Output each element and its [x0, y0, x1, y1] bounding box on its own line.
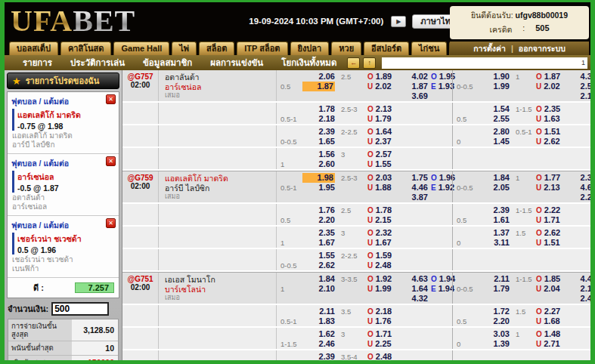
odds-value[interactable]: 1.78	[302, 104, 335, 114]
odds-value[interactable]: U2.15	[367, 215, 407, 225]
odds-value[interactable]: U1.88	[367, 183, 407, 193]
odds-value[interactable]: O1.51	[536, 127, 572, 137]
tab-itp-slots[interactable]: ITP สล็อต	[237, 42, 287, 55]
nav-transfer-all[interactable]: โยกเงินทั้งหมด	[274, 56, 344, 69]
odds-value[interactable]: 4.02	[407, 72, 428, 82]
odds-value[interactable]: 2.06	[302, 72, 335, 82]
odds-value[interactable]: 2.49	[572, 294, 590, 304]
odds-value[interactable]: 3.03	[480, 329, 510, 339]
odds-value[interactable]: 2.20	[302, 215, 335, 225]
odds-value[interactable]: 2.18	[302, 114, 335, 124]
odds-value[interactable]: 2.39	[302, 127, 335, 137]
odds-value[interactable]: O1.77	[536, 173, 572, 183]
nav-member-info[interactable]: ข้อมูลสมาชิก	[135, 56, 200, 69]
odds-value[interactable]: U2.48	[367, 261, 407, 270]
odds-value[interactable]: 2.19	[572, 284, 590, 294]
tab-ball-step[interactable]: บอลสเต็ป	[9, 42, 58, 55]
odds-value[interactable]: O2.18	[367, 307, 407, 316]
odds-value[interactable]: 2.52	[572, 82, 590, 91]
odds-value[interactable]: O2.57	[367, 150, 407, 159]
odds-value[interactable]: 4.69	[572, 183, 590, 193]
nav-list[interactable]: รายการ	[15, 56, 60, 69]
odds-value[interactable]: 2.60	[302, 159, 335, 169]
odds-value[interactable]: 2.22	[572, 193, 590, 202]
odds-value[interactable]: O2.13	[367, 104, 407, 114]
odds-value[interactable]: 2.38	[572, 173, 590, 183]
odds-value[interactable]: U2.62	[536, 137, 572, 147]
odds-value[interactable]: 1.67	[302, 238, 335, 248]
odds-value[interactable]: 2.18	[572, 91, 590, 101]
odds-value[interactable]: O1.71	[367, 329, 407, 339]
odds-value[interactable]: O1.59	[367, 251, 407, 261]
odds-value[interactable]: 1.39	[480, 339, 510, 349]
tab-cards[interactable]: ไพ่	[172, 42, 197, 55]
odds-value[interactable]: 1.65	[302, 137, 335, 147]
play-icon[interactable]: ▶	[391, 16, 406, 27]
odds-value[interactable]: U1.79	[367, 114, 407, 124]
odds-value[interactable]: 1.95	[302, 183, 335, 193]
odds-value[interactable]: O1.48	[536, 329, 572, 339]
odds-value[interactable]: O2.35	[536, 104, 572, 114]
tab-fish-shooting[interactable]: ยิงปลา	[290, 42, 330, 55]
odds-value[interactable]: 1.98	[302, 173, 335, 183]
odds-value[interactable]: U1.76	[367, 316, 407, 326]
odds-value[interactable]: 1.79	[480, 284, 510, 294]
odds-value[interactable]: 2.11	[302, 307, 335, 316]
odds-value[interactable]: U2.04	[536, 284, 572, 294]
odds-value[interactable]: 1.76	[302, 205, 335, 215]
tab-game-hall[interactable]: Game Hall	[113, 42, 169, 55]
odds-value[interactable]: O1.64	[367, 127, 407, 137]
odds-value[interactable]: O1.78	[367, 205, 407, 215]
odds-value[interactable]: 2.11	[480, 274, 510, 284]
odds-value[interactable]: 1.87	[302, 82, 335, 91]
back-arrow-button[interactable]: ←	[347, 57, 360, 69]
remove-bet-icon[interactable]: ✕	[106, 218, 116, 228]
odds-value[interactable]: U2.02	[367, 82, 407, 91]
odds-value[interactable]: U2.02	[536, 82, 572, 91]
odds-value[interactable]: 1.56	[302, 150, 335, 159]
odds-value[interactable]: O1.89	[367, 72, 407, 82]
up-arrow-button[interactable]: ↑	[363, 57, 376, 69]
odds-value[interactable]: 2.05	[480, 183, 510, 193]
odds-value[interactable]: O1.95	[431, 72, 452, 82]
odds-value[interactable]: O2.62	[536, 228, 572, 238]
odds-value[interactable]: U1.99	[367, 284, 407, 294]
odds-value[interactable]: O1.96	[431, 173, 452, 183]
odds-value[interactable]: O2.32	[367, 228, 407, 238]
odds-value[interactable]: 3.69	[407, 91, 428, 101]
amount-input[interactable]	[51, 302, 109, 316]
nav-match-results[interactable]: ผลการแข่งขัน	[203, 56, 271, 69]
odds-value[interactable]: O2.03	[367, 173, 407, 183]
odds-value[interactable]: O2.27	[536, 307, 572, 316]
odds-value[interactable]: U2.37	[367, 137, 407, 147]
odds-value[interactable]: 1.84	[480, 173, 510, 183]
remove-bet-icon[interactable]: ✕	[106, 94, 116, 104]
tab-live-casino[interactable]: คาสิโนสด	[60, 42, 112, 55]
odds-value[interactable]: 4.44	[572, 274, 590, 284]
tab-esports[interactable]: อีสปอร์ต	[364, 42, 409, 55]
odds-value[interactable]: U1.71	[536, 215, 572, 225]
settings-link[interactable]: การตั้งค่า	[473, 42, 506, 55]
odds-value[interactable]: E1.94	[431, 284, 452, 294]
tab-lottery[interactable]: หวย	[331, 42, 361, 55]
odds-value[interactable]: 2.20	[480, 316, 510, 326]
remove-bet-icon[interactable]: ✕	[106, 156, 116, 166]
odds-value[interactable]: U2.71	[536, 339, 572, 349]
odds-value[interactable]: U2.13	[536, 183, 572, 193]
odds-value[interactable]: 2.39	[480, 205, 510, 215]
odds-value[interactable]: 2.80	[480, 127, 510, 137]
odds-value[interactable]: U1.68	[536, 316, 572, 326]
odds-value[interactable]: U1.63	[536, 114, 572, 124]
odds-value[interactable]: 2.10	[302, 284, 335, 294]
odds-value[interactable]: 1.90	[480, 72, 510, 82]
odds-value[interactable]: 2.46	[302, 339, 335, 349]
odds-value[interactable]: 2.62	[302, 261, 335, 270]
odds-value[interactable]: 1.84	[302, 274, 335, 284]
odds-value[interactable]: U2.25	[367, 339, 407, 349]
odds-value[interactable]: 1.99	[480, 82, 510, 91]
odds-value[interactable]: 1.72	[480, 307, 510, 316]
odds-value[interactable]: O1.87	[536, 72, 572, 82]
odds-value[interactable]: O2.48	[367, 352, 407, 360]
odds-value[interactable]: 1.55	[302, 251, 335, 261]
odds-value[interactable]: 3.11	[480, 238, 510, 248]
